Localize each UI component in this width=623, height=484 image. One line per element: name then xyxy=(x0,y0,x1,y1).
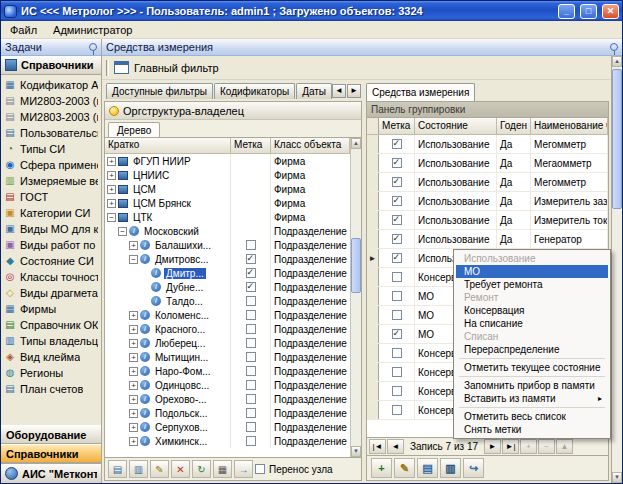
expand-icon[interactable]: + xyxy=(129,395,138,404)
si-row-checkbox[interactable] xyxy=(392,291,402,301)
si-row-checkbox[interactable] xyxy=(392,405,402,415)
expand-icon[interactable]: + xyxy=(129,381,138,390)
pin-icon[interactable] xyxy=(610,43,618,51)
sidebar-item[interactable]: ◔Типы СИ xyxy=(1,141,101,157)
si-row-checkbox[interactable] xyxy=(392,272,402,282)
sidebar-item[interactable]: ▤МИ2803-2003 (гр... xyxy=(1,109,101,125)
directories-group-header[interactable]: Справочники xyxy=(1,56,101,75)
menu-item-2[interactable]: Администратор xyxy=(45,23,140,37)
sidebar-group-button[interactable]: Оборудование xyxy=(1,425,101,444)
sidebar-item[interactable]: ▦Кодификатор АИ... xyxy=(1,77,101,93)
prev-record-button[interactable]: ◄ xyxy=(387,439,404,454)
context-menu-item[interactable]: Отметить весь список xyxy=(456,410,608,423)
context-menu-item[interactable]: Вставить из памяти▸ xyxy=(456,392,608,405)
tree-row-checkbox[interactable] xyxy=(246,436,256,446)
sidebar-item[interactable]: ▣Виды МО для кат... xyxy=(1,221,101,237)
sidebar-item[interactable]: ▤План счетов xyxy=(1,381,101,397)
tree-row[interactable]: +ЦСМФирма xyxy=(105,182,350,196)
filter-tab-1[interactable]: Доступные фильтры xyxy=(106,83,213,99)
expand-icon[interactable]: + xyxy=(107,185,116,194)
expand-icon[interactable]: + xyxy=(129,423,138,432)
context-menu-item[interactable]: Ремонт xyxy=(456,291,608,304)
tree-row[interactable]: +ЦСМ БрянскФирма xyxy=(105,196,350,210)
menu-item-1[interactable]: Файл xyxy=(2,23,45,37)
sidebar-item[interactable]: ▥Типы владельцев... xyxy=(1,333,101,349)
expand-icon[interactable]: + xyxy=(107,171,116,180)
tree-row-checkbox[interactable] xyxy=(246,282,256,292)
toolbar-grip-handle[interactable] xyxy=(106,60,109,76)
si-row-checkbox[interactable] xyxy=(392,177,402,187)
scroll-thumb[interactable] xyxy=(612,69,622,209)
tree-row-checkbox[interactable] xyxy=(246,338,256,348)
tree-row-checkbox[interactable] xyxy=(246,380,256,390)
tree-row-checkbox[interactable] xyxy=(246,422,256,432)
tree-row-checkbox[interactable] xyxy=(246,268,256,278)
tree-row-checkbox[interactable] xyxy=(246,394,256,404)
maximize-button[interactable]: □ xyxy=(580,4,597,19)
tree-scrollbar[interactable]: ▲ ▼ xyxy=(350,138,361,457)
si-col-metka[interactable]: Метка xyxy=(379,118,415,134)
sidebar-item[interactable]: ◍Регионы xyxy=(1,365,101,381)
si-row-checkbox[interactable] xyxy=(392,310,402,320)
tree-col-metka[interactable]: Метка xyxy=(231,138,271,153)
scroll-thumb[interactable] xyxy=(351,238,361,293)
filter-tab-3[interactable]: Даты xyxy=(296,83,332,99)
tree-row[interactable]: +iКоломенс...Подразделение xyxy=(105,308,350,322)
scroll-up-icon[interactable]: ▲ xyxy=(612,56,622,67)
tree-row[interactable]: iТалдо...Подразделение xyxy=(105,294,350,308)
expand-icon[interactable]: + xyxy=(129,325,138,334)
collapse-icon[interactable]: − xyxy=(118,227,127,236)
tree-row-checkbox[interactable] xyxy=(246,296,256,306)
sidebar-item[interactable]: ▤МИ2803-2003 (гр... xyxy=(1,93,101,109)
sidebar-item[interactable]: ◉Сфера применен... xyxy=(1,157,101,173)
scroll-down-icon[interactable]: ▼ xyxy=(612,472,622,483)
collapse-icon[interactable]: − xyxy=(129,255,138,264)
edit-node-button[interactable]: ✎ xyxy=(150,460,169,478)
sidebar-item[interactable]: ▥Измеряемые вели... xyxy=(1,173,101,189)
tree-row[interactable]: +iБалашихи...Подразделение xyxy=(105,238,350,252)
si-row-checkbox[interactable] xyxy=(392,253,402,263)
sidebar-item[interactable]: ◎Классы точности xyxy=(1,269,101,285)
main-filter-icon[interactable] xyxy=(114,61,129,74)
tree-row[interactable]: +ЦНИИСФирма xyxy=(105,168,350,182)
tree-col-kratko[interactable]: Кратко xyxy=(105,138,231,153)
view-record-button[interactable]: ▤ xyxy=(417,458,438,478)
tree-row[interactable]: −iДмитровс...Подразделение xyxy=(105,252,350,266)
sidebar-item[interactable]: ▤ГОСТ xyxy=(1,189,101,205)
context-menu-item[interactable]: Перераспределение xyxy=(456,343,608,356)
delete-record-button[interactable]: − xyxy=(538,439,555,454)
insert-record-button[interactable]: + xyxy=(520,439,537,454)
tree-row[interactable]: +iОдинцовс...Подразделение xyxy=(105,378,350,392)
tree-row[interactable]: iДмитр...Подразделение xyxy=(105,266,350,280)
sidebar-item[interactable]: ◈Вид клейма xyxy=(1,349,101,365)
si-row-checkbox[interactable] xyxy=(392,158,402,168)
context-menu-item[interactable]: Отметить текущее состояние xyxy=(456,361,608,374)
tree-col-class[interactable]: Класс объекта xyxy=(271,138,350,153)
si-row-checkbox[interactable] xyxy=(392,139,402,149)
expand-icon[interactable]: + xyxy=(129,409,138,418)
si-row[interactable]: ИспользованиеДаМегаомметр xyxy=(367,154,608,173)
tree-row-checkbox[interactable] xyxy=(246,310,256,320)
context-menu-item[interactable]: Использование xyxy=(456,252,608,265)
sidebar-item[interactable]: ▤Справочник ОКАТО xyxy=(1,317,101,333)
expand-icon[interactable]: + xyxy=(129,311,138,320)
context-menu-item[interactable]: Списан xyxy=(456,330,608,343)
tree-row[interactable]: +iМытищин...Подразделение xyxy=(105,350,350,364)
sidebar-item[interactable]: ▦Фирмы xyxy=(1,301,101,317)
next-record-button[interactable]: ► xyxy=(484,439,501,454)
add-child-node-button[interactable]: ▥ xyxy=(129,460,148,478)
last-record-button[interactable]: ►| xyxy=(502,439,519,454)
expand-icon[interactable]: + xyxy=(107,157,116,166)
si-row-checkbox[interactable] xyxy=(392,215,402,225)
catalog-button[interactable]: ▥ xyxy=(440,458,461,478)
si-row-checkbox[interactable] xyxy=(392,367,402,377)
expand-icon[interactable]: + xyxy=(107,199,116,208)
expand-icon[interactable]: + xyxy=(129,339,138,348)
si-row-checkbox[interactable] xyxy=(392,386,402,396)
tree-row-checkbox[interactable] xyxy=(246,366,256,376)
tree-row-checkbox[interactable] xyxy=(246,324,256,334)
sidebar-item[interactable]: ◆Состояние СИ xyxy=(1,253,101,269)
expand-icon[interactable]: + xyxy=(129,437,138,446)
context-menu-item[interactable]: На списание xyxy=(456,317,608,330)
tree-row[interactable]: +iХимкинск...Подразделение xyxy=(105,434,350,448)
